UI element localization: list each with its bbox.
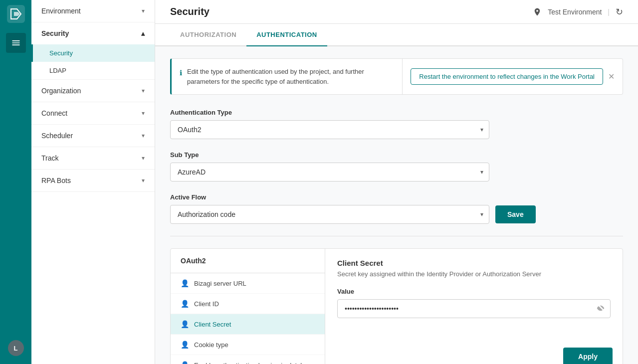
oauth-list: OAuth2 👤 Bizagi server URL 👤 Client ID 👤… bbox=[171, 249, 325, 364]
sidebar-item-rpa-bots[interactable]: RPA Bots ▾ bbox=[31, 170, 155, 192]
sub-type-group: Sub Type AzureAD ▾ bbox=[170, 151, 623, 182]
oauth-item-label: Enable authentication logging in databa.… bbox=[194, 362, 313, 364]
info-text-area: ℹ Edit the type of authentication used b… bbox=[172, 59, 402, 94]
content-area: ℹ Edit the type of authentication used b… bbox=[155, 46, 638, 364]
oauth-item-label: Client Secret bbox=[194, 321, 231, 328]
sidebar-security-group: Security ▴ Security LDAP bbox=[31, 22, 155, 80]
sidebar-sub-item-security[interactable]: Security bbox=[31, 44, 155, 62]
page-title: Security bbox=[170, 6, 210, 17]
sidebar-sub-security-label: Security bbox=[49, 49, 73, 57]
auth-type-select[interactable]: OAuth2 bbox=[170, 120, 489, 139]
main-header: Security Test Environment | ↻ bbox=[155, 0, 638, 24]
restart-btn-container: Restart the environment to reflect chang… bbox=[402, 59, 623, 94]
nav-icon-settings[interactable] bbox=[6, 33, 26, 53]
person-icon: 👤 bbox=[181, 300, 189, 308]
person-icon: 👤 bbox=[181, 279, 189, 287]
oauth-item-client-id[interactable]: 👤 Client ID bbox=[171, 294, 325, 314]
auth-type-select-wrapper: OAuth2 ▾ bbox=[170, 120, 489, 139]
section-divider bbox=[170, 236, 623, 236]
oauth-item-enable-auth-logging[interactable]: 👤 Enable authentication logging in datab… bbox=[171, 355, 325, 364]
sidebar-item-environment[interactable]: Environment ▾ bbox=[31, 0, 155, 22]
sidebar-sub-item-ldap[interactable]: LDAP bbox=[31, 62, 155, 79]
banner-close-button[interactable]: ✕ bbox=[608, 72, 615, 81]
active-flow-group: Active Flow Authorization code ▾ Save bbox=[170, 193, 623, 224]
chevron-down-icon: ▾ bbox=[142, 155, 145, 162]
sidebar-scheduler-label: Scheduler bbox=[41, 132, 73, 140]
sub-type-select[interactable]: AzureAD bbox=[170, 163, 489, 182]
oauth-item-bizagi-server-url[interactable]: 👤 Bizagi server URL bbox=[171, 273, 325, 294]
chevron-down-icon: ▾ bbox=[142, 7, 145, 14]
sidebar-connect-label: Connect bbox=[41, 109, 67, 117]
refresh-button[interactable]: ↻ bbox=[616, 6, 623, 17]
right-panel-description: Secret key assigned within the Identity … bbox=[337, 270, 611, 278]
environment-label: Test Environment bbox=[548, 8, 602, 16]
chevron-down-icon: ▾ bbox=[142, 132, 145, 139]
person-icon: 👤 bbox=[181, 320, 189, 328]
sidebar-item-track[interactable]: Track ▾ bbox=[31, 147, 155, 170]
info-text: Edit the type of authentication used by … bbox=[187, 67, 394, 86]
oauth-item-cookie-type[interactable]: 👤 Cookie type bbox=[171, 335, 325, 355]
oauth-item-client-secret[interactable]: 👤 Client Secret bbox=[171, 314, 325, 335]
chevron-down-icon: ▾ bbox=[142, 177, 145, 184]
sidebar-organization-label: Organization bbox=[41, 87, 81, 95]
auth-type-group: Authentication Type OAuth2 ▾ bbox=[170, 109, 623, 139]
active-flow-select[interactable]: Authorization code bbox=[170, 205, 489, 224]
sidebar-sub-ldap-label: LDAP bbox=[49, 67, 66, 74]
tab-authorization[interactable]: AUTHORIZATION bbox=[170, 24, 246, 46]
person-icon: 👤 bbox=[181, 341, 189, 349]
tab-bar: AUTHORIZATION AUTHENTICATION bbox=[155, 24, 638, 46]
tab-authentication[interactable]: AUTHENTICATION bbox=[246, 24, 327, 46]
right-panel-title: Client Secret bbox=[337, 259, 611, 267]
value-label: Value bbox=[337, 288, 611, 295]
oauth-right-panel: Client Secret Secret key assigned within… bbox=[325, 249, 623, 364]
oauth-bottom-panel: OAuth2 👤 Bizagi server URL 👤 Client ID 👤… bbox=[170, 248, 623, 364]
client-secret-input[interactable] bbox=[337, 299, 611, 318]
header-separator: | bbox=[608, 8, 610, 16]
sidebar-track-label: Track bbox=[41, 154, 58, 162]
sidebar-security-label: Security bbox=[41, 29, 69, 37]
value-input-wrapper bbox=[337, 299, 611, 318]
active-flow-select-wrapper: Authorization code ▾ bbox=[170, 205, 489, 224]
chevron-down-icon: ▾ bbox=[142, 110, 145, 117]
sidebar-item-organization[interactable]: Organization ▾ bbox=[31, 80, 155, 102]
eye-slash-icon[interactable] bbox=[597, 304, 605, 314]
person-icon: 👤 bbox=[181, 361, 189, 364]
sidebar-rpa-bots-label: RPA Bots bbox=[41, 177, 71, 184]
app-logo[interactable] bbox=[7, 5, 25, 23]
header-right: Test Environment | ↻ bbox=[533, 6, 623, 17]
oauth-list-header: OAuth2 bbox=[171, 249, 325, 273]
sidebar-item-scheduler[interactable]: Scheduler ▾ bbox=[31, 125, 155, 147]
oauth-item-label: Client ID bbox=[194, 300, 219, 308]
info-banner: ℹ Edit the type of authentication used b… bbox=[170, 58, 623, 95]
sidebar: Environment ▾ Security ▴ Security LDAP O… bbox=[31, 0, 155, 364]
active-flow-row: Authorization code ▾ Save bbox=[170, 205, 623, 224]
auth-type-label: Authentication Type bbox=[170, 109, 623, 116]
active-flow-label: Active Flow bbox=[170, 193, 623, 201]
oauth-item-label: Cookie type bbox=[194, 341, 228, 349]
main-content: Security Test Environment | ↻ AUTHORIZAT… bbox=[155, 0, 638, 364]
icon-bar: L bbox=[0, 0, 31, 364]
sidebar-item-environment-label: Environment bbox=[41, 7, 81, 15]
sidebar-item-connect[interactable]: Connect ▾ bbox=[31, 102, 155, 125]
chevron-up-icon: ▴ bbox=[141, 29, 145, 37]
oauth-item-label: Bizagi server URL bbox=[194, 280, 246, 287]
restart-button[interactable]: Restart the environment to reflect chang… bbox=[411, 68, 603, 85]
user-avatar[interactable]: L bbox=[8, 340, 24, 356]
environment-icon bbox=[533, 7, 542, 16]
sub-type-label: Sub Type bbox=[170, 151, 623, 159]
save-button[interactable]: Save bbox=[495, 205, 536, 223]
sub-type-select-wrapper: AzureAD ▾ bbox=[170, 163, 489, 182]
chevron-down-icon: ▾ bbox=[142, 87, 145, 94]
info-icon: ℹ bbox=[180, 68, 182, 78]
sidebar-item-security[interactable]: Security ▴ bbox=[31, 22, 155, 44]
apply-button[interactable]: Apply bbox=[563, 348, 613, 364]
